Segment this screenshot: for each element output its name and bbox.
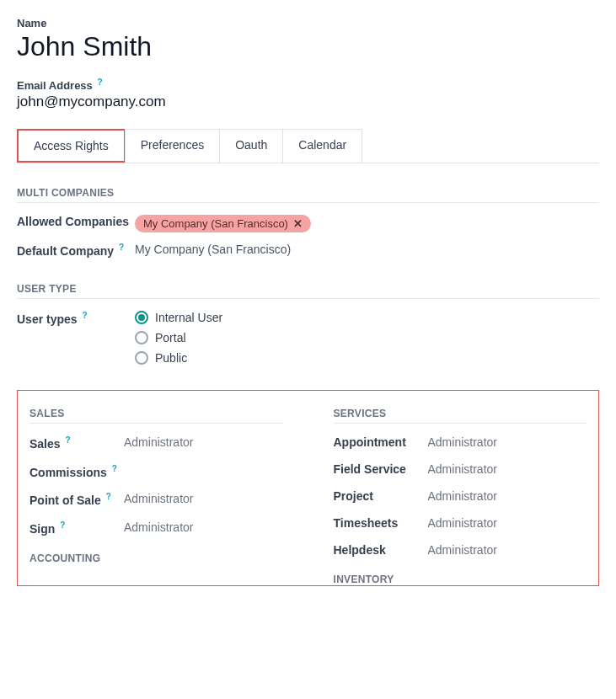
tab-preferences[interactable]: Preferences [125,129,220,163]
default-company-label: Default Company ? [17,243,135,258]
perm-value[interactable]: Administrator [428,543,497,557]
user-types-radio-group: Internal User Portal Public [135,311,222,365]
name-label: Name [17,17,599,29]
name-value[interactable]: John Smith [17,31,599,62]
help-icon[interactable]: ? [65,435,70,445]
perm-label: Sales ? [29,435,124,451]
services-heading: SERVICES [334,408,587,424]
email-field: Email Address ? john@mycompany.com [17,77,599,110]
name-field: Name John Smith [17,17,599,62]
perm-commissions: Commissions ? [29,464,283,479]
perm-label: Point of Sale ? [29,492,124,507]
perm-label: Sign ? [29,520,124,536]
perm-value[interactable]: Administrator [428,462,497,476]
allowed-companies-label: Allowed Companies [17,215,135,228]
perm-label: Appointment [334,435,428,449]
perm-value[interactable]: Administrator [124,492,193,507]
perm-project: Project Administrator [334,489,587,503]
allowed-companies-value[interactable]: My Company (San Francisco) ✕ [135,215,311,232]
tab-oauth[interactable]: Oauth [219,129,283,163]
perm-value[interactable]: Administrator [428,516,497,530]
radio-internal-user[interactable]: Internal User [135,311,222,324]
email-label: Email Address ? [17,77,599,92]
sales-heading: SALES [29,408,283,424]
tabs: Access Rights Preferences Oauth Calendar [17,129,599,163]
perm-point-of-sale: Point of Sale ? Administrator [29,492,283,507]
perm-value[interactable]: Administrator [124,520,193,536]
company-tag-label: My Company (San Francisco) [143,217,288,230]
perm-value[interactable]: Administrator [428,435,497,449]
radio-icon [135,331,148,344]
company-tag[interactable]: My Company (San Francisco) ✕ [135,215,311,232]
radio-portal[interactable]: Portal [135,331,222,344]
perm-value[interactable]: Administrator [124,435,193,451]
help-icon[interactable]: ? [112,464,117,473]
radio-icon [135,351,148,365]
perm-label: Field Service [334,462,428,476]
perm-sign: Sign ? Administrator [29,520,283,536]
default-company-value[interactable]: My Company (San Francisco) [135,243,291,256]
default-company-row: Default Company ? My Company (San Franci… [17,243,599,258]
user-type-section: USER TYPE User types ? Internal User Por… [17,283,599,365]
user-types-row: User types ? Internal User Portal Public [17,311,599,365]
permissions-columns: SALES Sales ? Administrator Commissions … [29,403,587,585]
perm-sales: Sales ? Administrator [29,435,283,451]
accounting-heading: ACCOUNTING [29,552,283,564]
user-type-heading: USER TYPE [17,283,599,299]
multi-companies-heading: MULTI COMPANIES [17,187,599,203]
perm-helpdesk: Helpdesk Administrator [334,543,587,557]
tab-calendar[interactable]: Calendar [282,129,362,163]
help-icon[interactable]: ? [106,492,111,501]
tab-access-rights[interactable]: Access Rights [17,129,126,163]
user-types-label: User types ? [17,311,135,326]
perm-field-service: Field Service Administrator [334,462,587,476]
help-icon[interactable]: ? [97,77,102,87]
radio-label: Internal User [155,311,222,324]
perm-appointment: Appointment Administrator [334,435,587,449]
perm-timesheets: Timesheets Administrator [334,516,587,530]
services-column: SERVICES Appointment Administrator Field… [334,403,587,585]
help-icon[interactable]: ? [82,311,87,320]
multi-companies-section: MULTI COMPANIES Allowed Companies My Com… [17,187,599,258]
permissions-highlight: SALES Sales ? Administrator Commissions … [17,390,599,586]
email-value[interactable]: john@mycompany.com [17,93,599,110]
radio-public[interactable]: Public [135,351,222,365]
allowed-companies-row: Allowed Companies My Company (San Franci… [17,215,599,232]
inventory-heading: INVENTORY [334,574,587,585]
perm-label: Helpdesk [334,543,428,557]
sales-column: SALES Sales ? Administrator Commissions … [29,403,283,585]
radio-icon [135,311,148,324]
help-icon[interactable]: ? [60,520,65,530]
perm-label: Timesheets [334,516,428,530]
perm-label: Project [334,489,428,503]
perm-value[interactable]: Administrator [428,489,497,503]
help-icon[interactable]: ? [119,243,124,252]
close-icon[interactable]: ✕ [293,217,303,230]
perm-label: Commissions ? [29,464,124,479]
radio-label: Public [155,351,187,365]
radio-label: Portal [155,331,186,344]
